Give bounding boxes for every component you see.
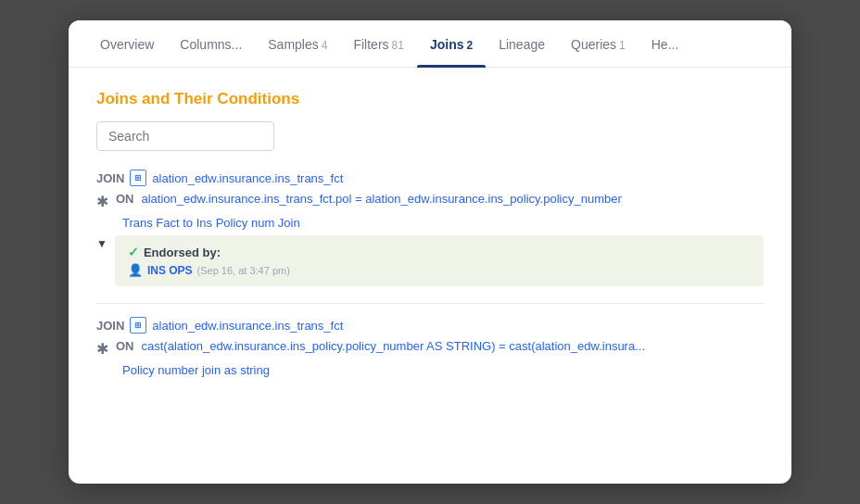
tab-samples[interactable]: Samples4 xyxy=(255,20,340,67)
join-label-1: JOIN xyxy=(96,171,124,185)
endorsed-box-1: ✓ Endorsed by: 👤 INS OPS (Sep 16, at 3:4… xyxy=(115,235,764,286)
content-area: Joins and Their Conditions JOIN ⊞ alatio… xyxy=(69,68,791,484)
on-row-2: ✱ ON cast(alation_edw.insurance.ins_poli… xyxy=(96,339,764,358)
join-row-1: JOIN ⊞ alation_edw.insurance.ins_trans_f… xyxy=(96,170,764,186)
join-block-1: JOIN ⊞ alation_edw.insurance.ins_trans_f… xyxy=(96,170,764,286)
tab-bar: Overview Columns... Samples4 Filters81 J… xyxy=(69,20,791,68)
user-name[interactable]: INS OPS xyxy=(147,264,193,277)
tab-overview[interactable]: Overview xyxy=(87,20,167,67)
tab-queries[interactable]: Queries1 xyxy=(558,20,639,67)
join-table-2[interactable]: alation_edw.insurance.ins_trans_fct xyxy=(152,319,343,333)
on-label-2: ON xyxy=(116,339,134,353)
join-block-2: JOIN ⊞ alation_edw.insurance.ins_trans_f… xyxy=(96,317,764,377)
divider xyxy=(96,303,764,304)
check-icon: ✓ xyxy=(128,245,139,259)
user-date: (Sep 16, at 3:47 pm) xyxy=(197,265,290,276)
on-label-1: ON xyxy=(116,192,134,206)
main-window: Overview Columns... Samples4 Filters81 J… xyxy=(69,20,791,484)
join-name-2[interactable]: Policy number join as string xyxy=(122,363,764,377)
endorsed-user: 👤 INS OPS (Sep 16, at 3:47 pm) xyxy=(128,263,751,277)
endorsed-title: ✓ Endorsed by: xyxy=(128,245,751,259)
tab-joins[interactable]: Joins2 xyxy=(417,20,486,67)
join-name-1[interactable]: Trans Fact to Ins Policy num Join xyxy=(122,216,764,230)
tab-filters[interactable]: Filters81 xyxy=(340,20,416,67)
join-table-1[interactable]: alation_edw.insurance.ins_trans_fct xyxy=(152,171,343,185)
asterisk-icon-2: ✱ xyxy=(96,340,108,358)
asterisk-icon-1: ✱ xyxy=(96,193,108,210)
endorsed-row-1: ▼ ✓ Endorsed by: 👤 INS OPS (Sep 16, at 3… xyxy=(96,235,764,286)
table-icon-2: ⊞ xyxy=(130,317,146,334)
on-condition-1: alation_edw.insurance.ins_trans_fct.pol … xyxy=(142,192,622,206)
join-label-2: JOIN xyxy=(96,319,124,333)
table-icon-1: ⊞ xyxy=(130,170,146,186)
search-input[interactable] xyxy=(96,121,274,151)
user-icon: 👤 xyxy=(128,263,143,277)
on-condition-2: cast(alation_edw.insurance.ins_policy.po… xyxy=(142,339,646,353)
join-row-2: JOIN ⊞ alation_edw.insurance.ins_trans_f… xyxy=(96,317,764,334)
tab-help[interactable]: He... xyxy=(639,20,692,67)
on-row-1: ✱ ON alation_edw.insurance.ins_trans_fct… xyxy=(96,192,764,210)
section-title: Joins and Their Conditions xyxy=(96,90,764,108)
tab-columns[interactable]: Columns... xyxy=(167,20,255,67)
tab-lineage[interactable]: Lineage xyxy=(486,20,558,67)
chevron-down-icon[interactable]: ▼ xyxy=(96,237,108,250)
